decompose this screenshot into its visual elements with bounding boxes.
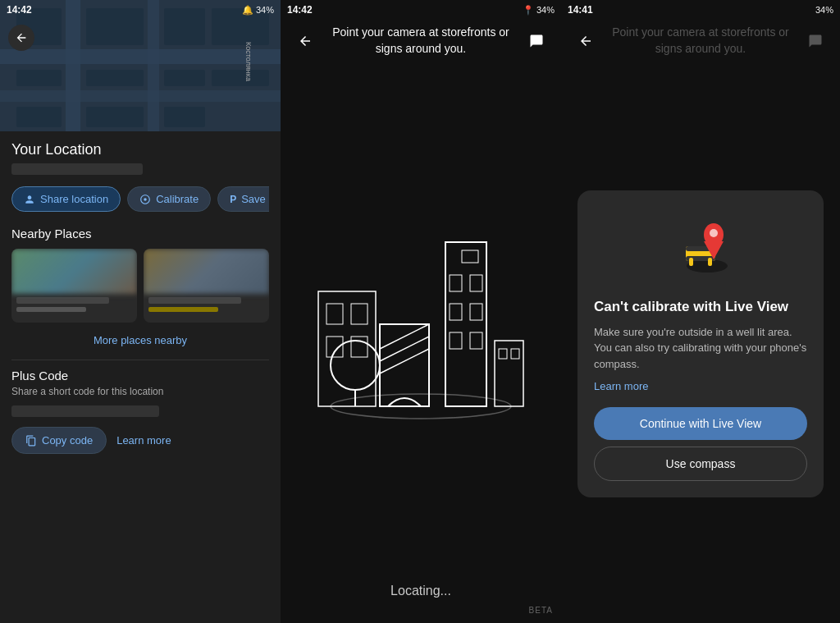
battery-panel3: 34% bbox=[815, 5, 833, 15]
place-card-2[interactable] bbox=[144, 249, 269, 323]
status-bar-panel1: 14:42 🔔 34% bbox=[0, 0, 281, 20]
svg-rect-14 bbox=[86, 107, 144, 127]
svg-rect-45 bbox=[689, 258, 693, 266]
calibrate-error-dialog: Can't calibrate with Live View Make sure… bbox=[578, 190, 824, 498]
svg-point-49 bbox=[710, 229, 718, 237]
continue-live-view-button[interactable]: Continue with Live View bbox=[594, 407, 807, 440]
svg-rect-30 bbox=[445, 242, 486, 406]
copy-code-button[interactable]: Copy code bbox=[11, 427, 107, 454]
calibrate-label: Calibrate bbox=[156, 193, 199, 205]
time-panel2: 14:42 bbox=[287, 4, 313, 16]
panel3-dialog-area: Can't calibrate with Live View Make sure… bbox=[561, 65, 840, 623]
svg-point-17 bbox=[144, 198, 147, 201]
dialog-title: Can't calibrate with Live View bbox=[594, 298, 807, 316]
plus-code-subtitle: Share a short code for this location bbox=[11, 386, 269, 397]
place-card-1[interactable] bbox=[11, 249, 137, 323]
panel2-header-title: Point your camera at storefronts or sign… bbox=[318, 25, 523, 57]
svg-line-24 bbox=[380, 349, 429, 373]
dialog-map-pin-icon bbox=[594, 210, 807, 285]
back-button-panel3[interactable] bbox=[573, 28, 599, 54]
status-icons-panel2: 📍 34% bbox=[523, 5, 555, 16]
svg-rect-10 bbox=[164, 70, 205, 86]
svg-rect-27 bbox=[351, 304, 368, 324]
svg-rect-32 bbox=[450, 275, 462, 291]
svg-rect-3 bbox=[148, 0, 159, 131]
parking-icon: P bbox=[230, 194, 236, 205]
back-button-panel1[interactable] bbox=[8, 25, 34, 51]
locating-text: Locating... bbox=[281, 584, 561, 623]
chat-button-panel2[interactable] bbox=[523, 28, 550, 54]
svg-rect-39 bbox=[499, 349, 507, 359]
svg-rect-33 bbox=[470, 275, 482, 291]
nearby-places-title: Nearby Places bbox=[11, 227, 269, 240]
share-location-label: Share location bbox=[40, 193, 108, 205]
svg-rect-13 bbox=[16, 107, 62, 127]
map-view[interactable]: Костолянка 14:42 🔔 34% bbox=[0, 0, 281, 131]
svg-rect-26 bbox=[326, 304, 343, 324]
location-address-blur bbox=[11, 163, 143, 175]
svg-rect-40 bbox=[511, 349, 519, 359]
action-buttons-row: Share location Calibrate P Save par… bbox=[11, 186, 269, 212]
panel1-scrollable-content: Your Location Share location Calibrate P… bbox=[0, 131, 281, 623]
copy-code-label: Copy code bbox=[42, 434, 93, 447]
svg-rect-46 bbox=[708, 258, 712, 266]
status-bar-panel3: 14:41 34% bbox=[561, 0, 840, 20]
svg-rect-6 bbox=[16, 70, 62, 86]
panel-live-view-locating: 14:42 📍 34% Point your camera at storefr… bbox=[281, 0, 561, 623]
time-panel1: 14:42 bbox=[7, 4, 32, 16]
svg-rect-1 bbox=[0, 49, 281, 64]
svg-point-19 bbox=[331, 341, 380, 390]
status-icons-panel3: 34% bbox=[815, 5, 833, 15]
panel-calibrate-error: 14:41 34% Point your camera at storefron… bbox=[561, 0, 840, 623]
calibrate-button[interactable]: Calibrate bbox=[127, 186, 211, 212]
battery-icon: 34% bbox=[256, 5, 274, 15]
status-icons-panel1: 🔔 34% bbox=[242, 5, 274, 16]
person-icon bbox=[24, 194, 35, 205]
your-location-title: Your Location bbox=[11, 141, 269, 158]
compass-icon bbox=[139, 194, 151, 205]
svg-rect-2 bbox=[66, 0, 80, 131]
beta-badge: BETA bbox=[529, 606, 553, 615]
divider-1 bbox=[11, 360, 269, 360]
share-location-button[interactable]: Share location bbox=[11, 186, 121, 212]
svg-rect-34 bbox=[450, 304, 462, 320]
panel-your-location: Костолянка 14:42 🔔 34% Your Location Sha… bbox=[0, 0, 281, 623]
svg-rect-8 bbox=[86, 70, 144, 86]
battery-panel2: 34% bbox=[536, 5, 555, 15]
svg-rect-31 bbox=[462, 250, 478, 263]
learn-more-link-panel1[interactable]: Learn more bbox=[116, 434, 171, 447]
svg-rect-28 bbox=[326, 337, 343, 357]
bottom-actions: Copy code Learn more bbox=[11, 427, 269, 454]
copy-icon bbox=[25, 435, 37, 447]
svg-rect-12 bbox=[212, 70, 269, 86]
nearby-places-grid bbox=[11, 249, 269, 323]
svg-line-23 bbox=[380, 337, 429, 361]
svg-rect-4 bbox=[0, 90, 281, 102]
time-panel3: 14:41 bbox=[568, 4, 593, 16]
save-parking-button[interactable]: P Save par… bbox=[217, 186, 269, 212]
live-view-illustration bbox=[281, 65, 561, 584]
panel3-bg-title: Point your camera at storefronts or sign… bbox=[599, 25, 802, 57]
back-button-panel2[interactable] bbox=[292, 28, 318, 54]
svg-rect-29 bbox=[351, 337, 368, 357]
plus-code-title: Plus Code bbox=[11, 369, 269, 383]
dialog-body-text: Make sure you're outside in a well lit a… bbox=[594, 324, 807, 373]
location-icon-p2: 📍 bbox=[523, 5, 534, 16]
svg-rect-15 bbox=[164, 107, 205, 127]
svg-rect-37 bbox=[470, 332, 482, 349]
chat-button-panel3[interactable] bbox=[802, 28, 829, 54]
svg-rect-36 bbox=[450, 332, 462, 349]
more-places-link[interactable]: More places nearby bbox=[11, 334, 269, 346]
svg-text:Костолянка: Костолянка bbox=[244, 42, 253, 81]
save-parking-label: Save par… bbox=[241, 193, 269, 205]
plus-code-value-blur bbox=[11, 405, 159, 417]
notification-icon: 🔔 bbox=[242, 5, 253, 16]
svg-rect-35 bbox=[470, 304, 482, 320]
dialog-learn-more-link[interactable]: Learn more bbox=[594, 380, 807, 392]
status-bar-panel2: 14:42 📍 34% bbox=[281, 0, 561, 20]
use-compass-button[interactable]: Use compass bbox=[594, 447, 807, 481]
svg-line-22 bbox=[380, 324, 429, 349]
